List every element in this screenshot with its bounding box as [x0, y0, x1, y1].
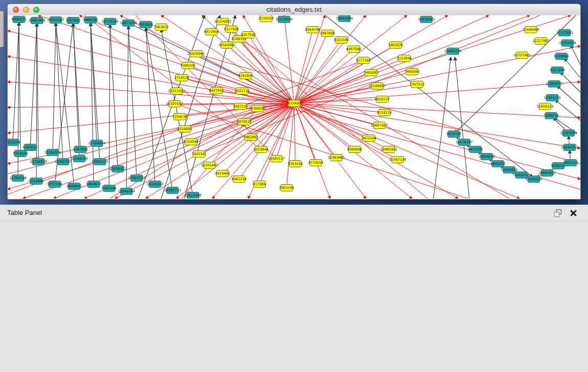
graph-node[interactable]: 16679197 — [455, 139, 472, 146]
graph-node[interactable]: 9770559 — [309, 160, 323, 166]
graph-node[interactable]: 12444134 — [543, 95, 560, 101]
graph-node[interactable]: 18300295 — [249, 105, 266, 112]
graph-node[interactable]: 9327508 — [241, 32, 256, 38]
graph-node[interactable]: 10719185 — [101, 18, 118, 25]
graph-node[interactable]: 11548408 — [522, 27, 539, 33]
graph-node[interactable]: 9397588 — [73, 146, 88, 153]
graph-node[interactable]: 8350051 — [23, 144, 38, 151]
graph-node[interactable]: 15958123 — [536, 103, 553, 110]
graph-node[interactable]: 8163244 — [288, 161, 303, 167]
graph-node[interactable]: 2803144 — [279, 185, 294, 191]
graph-node[interactable]: 14671958 — [120, 20, 137, 27]
graph-node[interactable]: 12172653 — [556, 30, 573, 36]
graph-node[interactable]: 8912954 — [204, 29, 219, 35]
graph-node[interactable]: 10084592 — [478, 154, 495, 160]
graph-node[interactable]: 7615526 — [139, 21, 154, 28]
graph-node[interactable]: 10645422 — [538, 170, 555, 177]
graph-node[interactable]: 9461254 — [232, 176, 247, 183]
graph-node[interactable]: 10363665 — [328, 155, 344, 161]
graph-node[interactable]: 9912549 — [8, 139, 20, 146]
graph-node[interactable]: 11145194 — [71, 156, 88, 162]
graph-node[interactable]: 9463627 — [86, 181, 101, 188]
graph-node[interactable]: 7463822 — [154, 24, 169, 31]
graph-node[interactable]: 8224885 — [178, 126, 192, 133]
graph-node[interactable]: 7962963 — [244, 134, 258, 141]
graph-node[interactable]: 9699695 — [67, 183, 82, 190]
graph-node[interactable]: 12213383 — [168, 88, 185, 95]
graph-node[interactable]: 8427552 — [209, 87, 224, 94]
graph-node[interactable]: 16107553 — [166, 101, 183, 107]
graph-node[interactable]: 16782753 — [164, 187, 181, 194]
graph-node[interactable]: 2153644 — [397, 55, 412, 62]
graph-node[interactable]: 7625341 — [192, 151, 207, 158]
network-window[interactable]: citations_edges.txt 94055722069140610653… — [7, 4, 581, 200]
graph-node[interactable]: 12103654 — [560, 130, 577, 137]
float-panel-icon[interactable] — [554, 209, 561, 216]
graph-node[interactable]: 10465941 — [380, 146, 397, 153]
graph-node[interactable]: 7462026 — [388, 42, 403, 49]
graph-node[interactable]: 1046234 — [544, 113, 559, 119]
graph-node[interactable]: 8419463 — [215, 170, 230, 177]
graph-node[interactable]: 9452110 — [563, 160, 578, 166]
graph-node[interactable]: 22420046 — [187, 51, 204, 57]
graph-node[interactable]: 9465546 — [102, 185, 117, 192]
graph-node[interactable]: 18724007 — [286, 100, 302, 107]
graph-node[interactable]: 7254234 — [172, 114, 187, 120]
close-panel-icon[interactable] — [570, 209, 577, 216]
graph-node[interactable]: 1557512 — [410, 81, 425, 88]
graph-node[interactable]: 16648784 — [444, 48, 461, 55]
graph-node[interactable]: 9472104 — [362, 135, 377, 142]
graph-node[interactable]: 9913549 — [13, 150, 28, 157]
graph-node[interactable]: 15751074 — [559, 40, 576, 47]
graph-node[interactable]: 11567139 — [389, 157, 406, 163]
graph-node[interactable]: 9405572 — [12, 16, 27, 23]
graph-node[interactable]: 12942757 — [54, 159, 71, 165]
graph-node[interactable]: 10737493 — [513, 52, 530, 59]
graph-node[interactable]: 11156829 — [30, 159, 47, 165]
graph-node[interactable]: 8878533 — [237, 119, 252, 125]
graph-node[interactable]: 6466100 — [83, 17, 98, 24]
graph-node[interactable]: 9845322 — [491, 161, 506, 167]
graph-node[interactable]: 10607427 — [371, 122, 387, 129]
graph-node[interactable]: 12450122 — [525, 176, 542, 183]
graph-node[interactable]: 19661904 — [336, 15, 353, 22]
graph-node[interactable]: 16195817 — [146, 181, 163, 188]
graph-node[interactable]: 13505115 — [91, 159, 108, 165]
graph-node[interactable]: 7485083 — [364, 70, 379, 76]
graph-node[interactable]: 2867608 — [320, 30, 335, 37]
graph-node[interactable]: 9153544 — [184, 139, 199, 145]
graph-node[interactable]: 2718126 — [175, 75, 189, 81]
graph-node[interactable]: 9396208 — [181, 62, 195, 69]
network-window-titlebar[interactable]: citations_edges.txt — [8, 4, 580, 16]
graph-node[interactable]: 10554312 — [561, 144, 578, 151]
graph-node[interactable]: 9127508 — [224, 26, 239, 33]
graph-node[interactable]: 10846744 — [118, 188, 135, 195]
graph-node[interactable]: 9777169 — [48, 181, 62, 188]
graph-node[interactable]: 19384554 — [9, 175, 26, 182]
graph-node[interactable]: 9267137 — [233, 103, 248, 110]
graph-node[interactable]: 817004 — [253, 181, 266, 188]
graph-node[interactable]: 17359924 — [88, 140, 105, 147]
graph-node[interactable]: 8139504 — [259, 15, 274, 22]
graph-node[interactable]: 12038522 — [109, 166, 126, 172]
graph-node[interactable]: 10193443 — [201, 162, 217, 169]
network-canvas[interactable]: 9405572206914061065328713276026466100107… — [8, 15, 580, 199]
graph-node[interactable]: 9218216 — [377, 110, 392, 116]
graph-node[interactable]: 9452108 — [468, 146, 483, 153]
graph-node[interactable]: 9151546 — [334, 37, 349, 43]
graph-node[interactable]: 20206576 — [44, 149, 61, 156]
graph-node[interactable]: 9242845 — [238, 73, 253, 79]
graph-node[interactable]: 10653287 — [47, 17, 64, 24]
graph-node[interactable]: 20691406 — [28, 17, 45, 24]
graph-node[interactable]: 8931734 — [235, 88, 250, 95]
graph-node[interactable]: 1327602 — [66, 17, 81, 24]
graph-node[interactable]: 16876093 — [418, 16, 434, 23]
graph-node[interactable]: 8679197 — [447, 131, 462, 138]
graph-node[interactable]: 8454749 — [306, 27, 320, 33]
graph-node[interactable]: 9177163 — [356, 57, 371, 64]
graph-node[interactable]: 6497568 — [346, 46, 361, 53]
graph-node[interactable]: 9153644 — [254, 146, 269, 153]
graph-node[interactable]: 12093572 — [546, 81, 562, 87]
graph-node[interactable]: 16543982 — [218, 42, 235, 49]
graph-node[interactable]: 8560496 — [347, 146, 362, 153]
